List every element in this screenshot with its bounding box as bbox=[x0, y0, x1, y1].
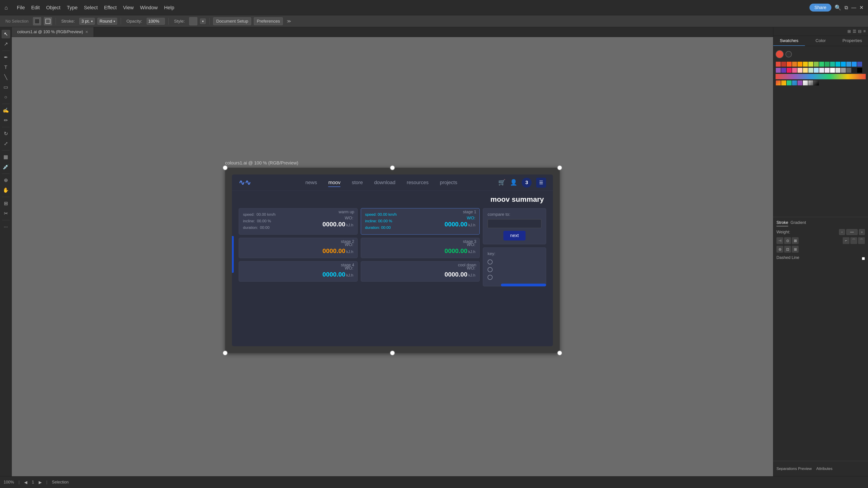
rp-grid-icon[interactable]: ⊞ bbox=[847, 29, 851, 34]
rp-list-icon[interactable]: ☰ bbox=[852, 29, 856, 34]
swatch-blue-light[interactable] bbox=[813, 68, 819, 73]
swatch-light-pink[interactable] bbox=[792, 68, 797, 73]
eyedropper-tool[interactable]: 💉 bbox=[2, 163, 10, 171]
pencil-tool[interactable]: ✏ bbox=[2, 116, 10, 125]
cap-round-icon[interactable]: ⊙ bbox=[784, 237, 791, 244]
swatch-grad1[interactable] bbox=[776, 80, 781, 86]
swatch-grad5[interactable] bbox=[797, 80, 803, 86]
stroke-weight-dropdown[interactable]: 3 pt. ▾ bbox=[79, 18, 95, 25]
cap-butt-icon[interactable]: ⊣ bbox=[776, 237, 783, 244]
swatch-green[interactable] bbox=[819, 61, 825, 67]
canvas-area[interactable]: colours1.ai @ 100 % (RGB/Preview) ∿∿ new… bbox=[12, 37, 773, 476]
toolbar-more-icon[interactable]: ≫ bbox=[287, 19, 291, 24]
menu-object[interactable]: Object bbox=[46, 5, 61, 11]
cap-square-icon[interactable]: ⊠ bbox=[792, 237, 799, 244]
swatch-grad4[interactable] bbox=[792, 80, 797, 86]
align-inside-icon[interactable]: ⊡ bbox=[784, 246, 791, 253]
document-setup-button[interactable]: Document Setup bbox=[213, 18, 251, 25]
swatch-grad8[interactable] bbox=[813, 80, 819, 86]
swatch-blue2[interactable] bbox=[851, 61, 857, 67]
doc-tab-main[interactable]: colours1.ai @ 100 % (RGB/Preview) ✕ bbox=[12, 27, 94, 37]
menu-type[interactable]: Type bbox=[67, 5, 78, 11]
swatch-teal[interactable] bbox=[830, 61, 835, 67]
selection-handle-bl[interactable] bbox=[223, 350, 228, 355]
swatch-light-green[interactable] bbox=[813, 61, 819, 67]
rp-panel-icon[interactable]: ⊟ bbox=[858, 29, 862, 34]
swatch-dark-red[interactable] bbox=[781, 61, 786, 67]
rotate-tool[interactable]: ↻ bbox=[2, 129, 10, 138]
swatch-darker-gray[interactable] bbox=[851, 68, 857, 73]
compare-input[interactable] bbox=[488, 219, 541, 228]
nav-news[interactable]: news bbox=[305, 180, 317, 186]
menu-view[interactable]: View bbox=[123, 5, 133, 11]
swatch-lime[interactable] bbox=[808, 61, 813, 67]
menu-file[interactable]: File bbox=[17, 5, 25, 11]
swatch-grad2[interactable] bbox=[781, 80, 786, 86]
join-round-icon[interactable]: ⌒ bbox=[850, 237, 857, 244]
weight-control[interactable]: − + bbox=[839, 229, 865, 235]
ellipse-tool[interactable]: ○ bbox=[2, 93, 10, 101]
hamburger-menu[interactable]: ☰ bbox=[536, 177, 546, 188]
menu-help[interactable]: Help bbox=[164, 5, 174, 11]
align-outside-icon[interactable]: ⊞ bbox=[792, 246, 799, 253]
swatch-black[interactable] bbox=[857, 68, 862, 73]
weight-input[interactable] bbox=[846, 229, 858, 235]
artboard-tool[interactable]: ⊞ bbox=[2, 199, 10, 208]
align-center-icon[interactable]: ⊜ bbox=[776, 246, 783, 253]
gradient-tool[interactable]: ▦ bbox=[2, 153, 10, 161]
cart-icon[interactable]: 🛒 bbox=[498, 179, 505, 186]
notification-badge[interactable]: 3 bbox=[522, 177, 532, 188]
swatch-amber[interactable] bbox=[797, 61, 803, 67]
swatch-blue[interactable] bbox=[846, 61, 851, 67]
swatch-purple[interactable] bbox=[776, 68, 781, 73]
swatch-gray[interactable] bbox=[841, 68, 846, 73]
swatch-grad6[interactable] bbox=[803, 80, 808, 86]
swatch-dark-green[interactable] bbox=[825, 61, 830, 67]
close-icon[interactable]: ✕ bbox=[860, 5, 864, 11]
stroke-tab-stroke[interactable]: Stroke bbox=[776, 220, 788, 226]
menu-effect[interactable]: Effect bbox=[104, 5, 117, 11]
swatch-light-gray[interactable] bbox=[835, 68, 841, 73]
share-button[interactable]: Share bbox=[809, 4, 831, 11]
swatch-indigo-light[interactable] bbox=[819, 68, 825, 73]
search-icon[interactable]: 🔍 bbox=[835, 4, 841, 11]
swatch-light-blue[interactable] bbox=[841, 61, 846, 67]
swatch-deep-orange[interactable] bbox=[786, 61, 792, 67]
separations-tab[interactable]: Separations Preview bbox=[776, 466, 812, 471]
rp-more-icon[interactable]: ≡ bbox=[863, 29, 866, 34]
menu-select[interactable]: Select bbox=[84, 5, 98, 11]
artboard-nav-prev[interactable]: ◀ bbox=[24, 480, 27, 485]
pen-tool[interactable]: ✒ bbox=[2, 53, 10, 62]
scale-tool[interactable]: ⤢ bbox=[2, 139, 10, 148]
join-miter-icon[interactable]: ⌐ bbox=[843, 237, 849, 244]
line-tool[interactable]: ╲ bbox=[2, 73, 10, 82]
nav-download[interactable]: download bbox=[374, 180, 395, 186]
swatch-yellow[interactable] bbox=[803, 61, 808, 67]
swatch-cyan[interactable] bbox=[835, 61, 841, 67]
nav-moov[interactable]: moov bbox=[328, 180, 340, 186]
slice-tool[interactable]: ✂ bbox=[2, 209, 10, 218]
selection-handle-tr[interactable] bbox=[557, 165, 562, 170]
hand-tool[interactable]: ✋ bbox=[2, 186, 10, 195]
fg-color[interactable] bbox=[776, 50, 784, 58]
selection-handle-top[interactable] bbox=[390, 165, 395, 170]
stroke-tab-gradient[interactable]: Gradient bbox=[790, 220, 806, 226]
stroke-style-dropdown[interactable]: Round ▾ bbox=[97, 18, 117, 25]
swatch-deep-purple[interactable] bbox=[781, 68, 786, 73]
opacity-input[interactable]: 100% bbox=[147, 18, 165, 25]
next-button[interactable]: next bbox=[503, 231, 526, 240]
selection-handle-br[interactable] bbox=[557, 350, 562, 355]
swatch-grad7[interactable] bbox=[808, 80, 813, 86]
selection-handle-bottom[interactable] bbox=[390, 350, 395, 355]
swatch-white[interactable] bbox=[830, 68, 835, 73]
type-tool[interactable]: T bbox=[2, 63, 10, 72]
preferences-button[interactable]: Preferences bbox=[254, 18, 283, 25]
swatch-green-light[interactable] bbox=[808, 68, 813, 73]
direct-select-tool[interactable]: ↗ bbox=[2, 40, 10, 48]
nav-projects[interactable]: projects bbox=[440, 180, 457, 186]
weight-decrease[interactable]: − bbox=[839, 229, 845, 235]
weight-increase[interactable]: + bbox=[859, 229, 865, 235]
minimize-icon[interactable]: — bbox=[851, 5, 856, 11]
nav-resources[interactable]: resources bbox=[407, 180, 429, 186]
dashed-checkbox[interactable] bbox=[862, 257, 865, 260]
